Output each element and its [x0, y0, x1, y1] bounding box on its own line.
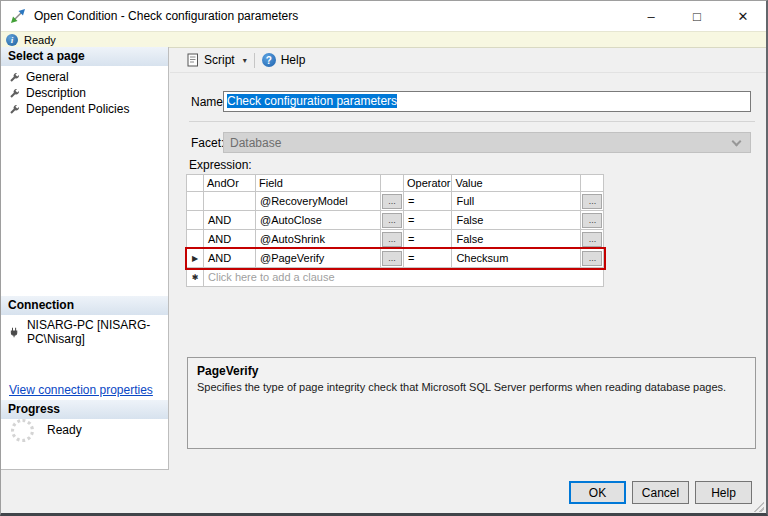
maximize-icon[interactable]: □ [674, 1, 720, 31]
expression-row[interactable]: ▶AND@PageVerify...=Checksum... [187, 249, 604, 268]
window-title: Open Condition - Check configuration par… [34, 9, 298, 23]
operator-cell[interactable]: = [404, 249, 452, 268]
add-clause-cell[interactable]: Click here to add a clause [204, 268, 604, 287]
ellipsis-button[interactable]: ... [382, 213, 402, 228]
ok-button[interactable]: OK [569, 481, 626, 504]
condition-app-icon [10, 8, 26, 24]
wrench-icon [9, 104, 20, 115]
sidebar: Select a page General Description Depend… [1, 47, 169, 470]
value-ellipsis-cell: ... [581, 249, 604, 268]
property-description: Specifies the type of page integrity che… [197, 381, 746, 393]
value-cell[interactable]: Full [452, 192, 581, 211]
sidebar-item-general[interactable]: General [1, 69, 168, 85]
row-marker-icon [187, 192, 204, 211]
script-button[interactable]: Script ▾ [187, 53, 247, 67]
help-button[interactable]: Help [695, 481, 752, 504]
connection-server: NISARG-PC [NISARG-PC\Nisarg] [9, 318, 168, 346]
ellipsis-button[interactable]: ... [582, 251, 602, 266]
sidebar-item-dependent-policies[interactable]: Dependent Policies [1, 101, 168, 117]
value-cell[interactable]: False [452, 211, 581, 230]
title-bar: Open Condition - Check configuration par… [1, 1, 766, 31]
server-name: NISARG-PC [NISARG-PC\Nisarg] [27, 318, 168, 346]
facet-dropdown: Database [223, 132, 751, 153]
ellipsis-button[interactable]: ... [382, 232, 402, 247]
field-cell[interactable]: @PageVerify [256, 249, 381, 268]
status-text: Ready [24, 34, 56, 46]
connection-plug-icon [9, 326, 20, 339]
value-ellipsis-cell: ... [581, 230, 604, 249]
minimize-icon[interactable]: – [628, 1, 674, 31]
wrench-icon [9, 72, 20, 83]
status-bar: i Ready [1, 31, 766, 48]
ellipsis-button[interactable]: ... [582, 194, 602, 209]
cancel-button[interactable]: Cancel [632, 481, 689, 504]
grid-header-field-button [381, 175, 404, 192]
name-label: Name: [191, 95, 226, 109]
ellipsis-button[interactable]: ... [582, 213, 602, 228]
facet-label: Facet: [191, 136, 224, 150]
name-input-selected-text: Check configuration parameters [227, 94, 397, 108]
expression-grid-body: @RecoveryModel...=Full...AND@AutoClose..… [187, 192, 604, 287]
progress-status: Ready [11, 419, 82, 442]
chevron-down-icon [732, 137, 742, 147]
field-ellipsis-cell: ... [381, 192, 404, 211]
grid-header-marker [187, 175, 204, 192]
value-cell[interactable]: Checksum [452, 249, 581, 268]
value-cell[interactable]: False [452, 230, 581, 249]
script-label: Script [204, 53, 235, 67]
window-controls: – □ ✕ [628, 1, 766, 31]
andor-cell[interactable]: AND [204, 211, 256, 230]
andor-cell[interactable]: AND [204, 230, 256, 249]
progress-spinner-icon [11, 419, 34, 442]
resize-grip[interactable] [753, 501, 764, 512]
close-icon[interactable]: ✕ [720, 1, 766, 31]
facet-value: Database [230, 136, 281, 150]
row-marker-icon [187, 230, 204, 249]
expression-grid: AndOr Field Operator Value @RecoveryMode… [186, 174, 604, 287]
operator-cell[interactable]: = [404, 230, 452, 249]
grid-header-value-button [581, 175, 604, 192]
name-input[interactable]: Check configuration parameters [223, 91, 751, 112]
progress-header: Progress [1, 400, 168, 419]
select-a-page-header: Select a page [1, 47, 168, 66]
sidebar-item-description[interactable]: Description [1, 85, 168, 101]
expression-row[interactable]: AND@AutoShrink...=False... [187, 230, 604, 249]
separator-line [189, 121, 755, 122]
field-ellipsis-cell: ... [381, 230, 404, 249]
new-row-marker-icon: ✱ [187, 268, 204, 287]
expression-label: Expression: [189, 158, 252, 172]
grid-header-field: Field [256, 175, 381, 192]
row-marker-icon: ▶ [187, 249, 204, 268]
value-ellipsis-cell: ... [581, 192, 604, 211]
expression-row[interactable]: @RecoveryModel...=Full... [187, 192, 604, 211]
ellipsis-button[interactable]: ... [582, 232, 602, 247]
connection-header: Connection [1, 296, 168, 315]
help-label: Help [281, 53, 306, 67]
field-cell[interactable]: @AutoShrink [256, 230, 381, 249]
page-list: General Description Dependent Policies [1, 69, 168, 117]
grid-new-row[interactable]: ✱ Click here to add a clause [187, 268, 604, 287]
progress-status-text: Ready [47, 423, 82, 442]
grid-header-andor: AndOr [204, 175, 256, 192]
help-icon: ? [262, 53, 276, 67]
toolbar-separator [254, 53, 255, 68]
ellipsis-button[interactable]: ... [382, 194, 402, 209]
ellipsis-button[interactable]: ... [382, 251, 402, 266]
andor-cell[interactable]: AND [204, 249, 256, 268]
property-name: PageVerify [197, 364, 746, 378]
sidebar-item-label: Dependent Policies [26, 102, 129, 116]
operator-cell[interactable]: = [404, 192, 452, 211]
expression-row[interactable]: AND@AutoClose...=False... [187, 211, 604, 230]
andor-cell[interactable] [204, 192, 256, 211]
grid-header-operator: Operator [404, 175, 452, 192]
field-cell[interactable]: @RecoveryModel [256, 192, 381, 211]
grid-header-row: AndOr Field Operator Value [187, 175, 604, 192]
script-icon [187, 53, 199, 67]
toolbar: Script ▾ ? Help [170, 48, 766, 73]
field-ellipsis-cell: ... [381, 249, 404, 268]
property-description-panel: PageVerify Specifies the type of page in… [187, 357, 756, 449]
field-cell[interactable]: @AutoClose [256, 211, 381, 230]
toolbar-help-button[interactable]: ? Help [262, 53, 306, 67]
operator-cell[interactable]: = [404, 211, 452, 230]
view-connection-properties-link[interactable]: View connection properties [9, 383, 153, 397]
